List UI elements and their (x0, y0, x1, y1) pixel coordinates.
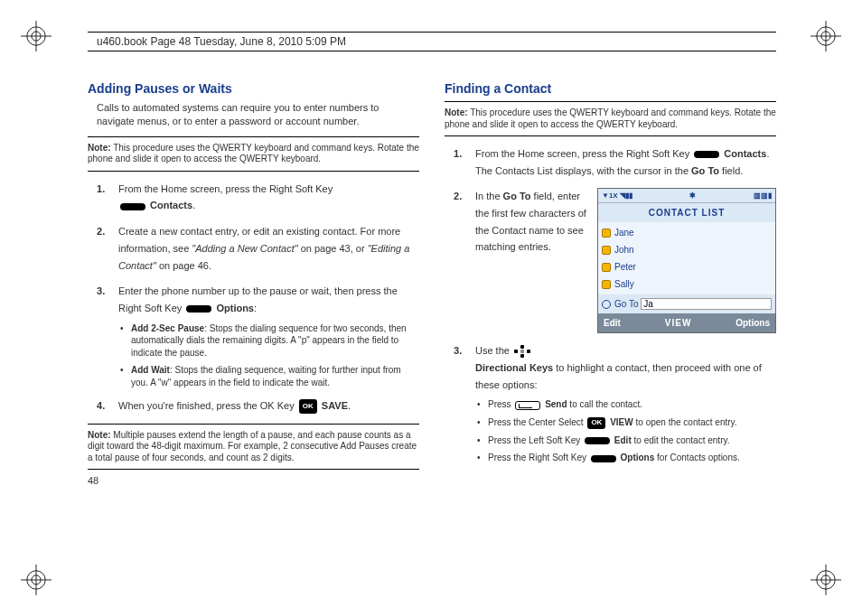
step-4: When you're finished, press the OK Key O… (88, 397, 419, 415)
step-2: ▼1X ◥▮▮ ✱ ▥▥▮ CONTACT LIST Jane John Pet… (445, 188, 776, 333)
page-number: 48 (88, 475, 419, 486)
running-head-text: u460.book Page 48 Tuesday, June 8, 2010 … (97, 35, 346, 48)
goto-input[interactable] (641, 298, 772, 310)
running-head: u460.book Page 48 Tuesday, June 8, 2010 … (88, 32, 776, 51)
contact-icon (602, 263, 611, 272)
contact-icon (602, 280, 611, 289)
softkey-right: Options (736, 315, 770, 331)
phone-contact-list: Jane John Peter Sally (598, 222, 775, 294)
ok-key-icon: OK (587, 417, 605, 429)
crop-mark-icon (18, 18, 54, 54)
note-qwerty: Note: This procedure uses the QWERTY key… (88, 141, 419, 167)
rule-line (445, 135, 776, 136)
note-label: Note: (88, 143, 111, 153)
search-icon (602, 300, 611, 309)
crop-mark-icon (808, 18, 844, 54)
rule-line (88, 424, 419, 425)
bullet-view: Press the Center Select OK VIEW to open … (475, 416, 776, 429)
bullet-add-pause: Add 2-Sec Pause: Stops the dialing seque… (118, 322, 419, 359)
phone-status-bar: ▼1X ◥▮▮ ✱ ▥▥▮ (598, 189, 775, 202)
contact-icon (602, 246, 611, 255)
left-softkey-icon (585, 437, 610, 444)
phone-softkey-bar: Edit VIEW Options (598, 313, 775, 332)
left-column: Adding Pauses or Waits Calls to automate… (88, 81, 419, 562)
note-label: Note: (88, 430, 111, 440)
step-1: From the Home screen, press the Right So… (88, 181, 419, 214)
right-column: Finding a Contact Note: This procedure u… (445, 81, 776, 562)
contacts-label: Contacts (150, 200, 192, 210)
heading-finding-contact: Finding a Contact (445, 81, 776, 96)
list-item: Jane (598, 224, 775, 241)
step-2: Create a new contact entry, or edit an e… (88, 223, 419, 274)
list-item: Sally (598, 275, 775, 293)
step-1: From the Home screen, press the Right So… (445, 145, 776, 179)
heading-adding-pauses: Adding Pauses or Waits (88, 81, 419, 96)
right-softkey-icon (120, 203, 145, 210)
dpad-icon (514, 345, 530, 358)
crop-mark-icon (18, 562, 54, 598)
ok-key-icon: OK (299, 399, 317, 414)
note-text: This procedure uses the QWERTY keyboard … (445, 107, 776, 129)
status-mid-icon: ✱ (689, 190, 696, 202)
list-item: John (598, 241, 775, 258)
step-3: Use the Directional Keys to highlight a … (445, 342, 776, 463)
bullet-add-wait: Add Wait: Stops the dialing sequence, wa… (118, 364, 419, 388)
list-item: Peter (598, 258, 775, 275)
note-qwerty: Note: This procedure uses the QWERTY key… (445, 106, 776, 132)
right-softkey-icon (186, 305, 211, 313)
note-multiple-pauses: Note: Multiple pauses extend the length … (88, 428, 419, 466)
softkey-center: VIEW (665, 315, 692, 331)
intro-paragraph: Calls to automated systems can require y… (97, 101, 419, 129)
signal-icon: ▼1X ◥▮▮ (602, 190, 632, 202)
phone-screenshot: ▼1X ◥▮▮ ✱ ▥▥▮ CONTACT LIST Jane John Pet… (597, 188, 776, 333)
send-key-icon (515, 401, 540, 410)
step-3: Enter the phone number up to the pause o… (88, 283, 419, 388)
contact-icon (602, 229, 611, 238)
bullet-edit: Press the Left Soft Key Edit to edit the… (475, 434, 776, 447)
note-label: Note: (445, 107, 468, 117)
rule-line (88, 136, 419, 137)
phone-title: CONTACT LIST (598, 202, 775, 222)
note-text: This procedure uses the QWERTY keyboard … (88, 143, 419, 164)
phone-goto-row: Go To (598, 294, 775, 313)
bullet-send: Press Send to call the contact. (475, 398, 776, 411)
goto-label: Go To (614, 296, 639, 312)
rule-line (88, 469, 419, 470)
crop-mark-icon (808, 562, 844, 598)
right-softkey-icon (591, 455, 616, 462)
softkey-left: Edit (604, 315, 621, 331)
bullet-options: Press the Right Soft Key Options for Con… (475, 452, 776, 464)
battery-icon: ▥▥▮ (754, 190, 772, 202)
rule-line (88, 171, 419, 172)
right-softkey-icon (694, 151, 719, 158)
rule-line (445, 101, 776, 102)
note-text: Multiple pauses extend the length of a p… (88, 430, 417, 462)
